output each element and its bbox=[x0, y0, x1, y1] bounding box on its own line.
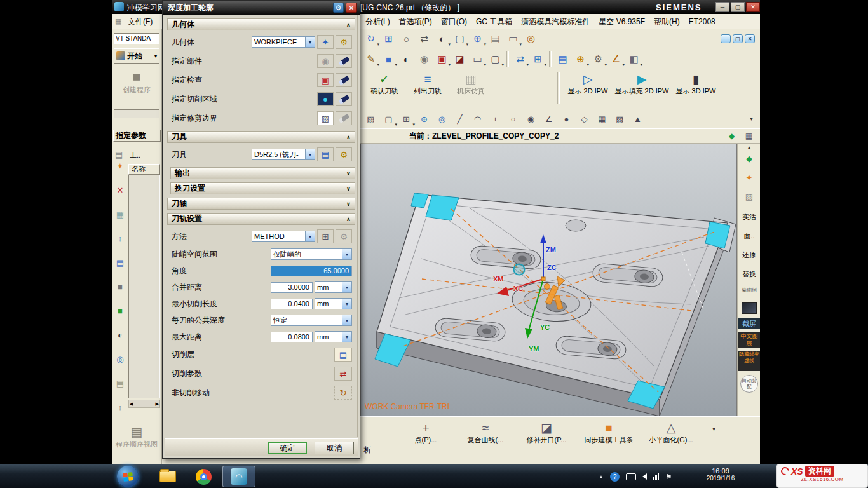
display-cut-area-flashlight-icon[interactable] bbox=[336, 92, 352, 106]
action-center-flag-icon[interactable]: ⚑ bbox=[665, 473, 672, 481]
list-hscrollbar[interactable]: ◀ ▶ bbox=[128, 400, 160, 408]
tool-select[interactable]: D5R2.5 (铣刀-▼ bbox=[252, 149, 315, 160]
subtract-icon[interactable]: ◪ bbox=[451, 51, 468, 67]
dropdown-arrow-icon[interactable]: ▾ bbox=[395, 122, 397, 127]
menu-gc-toolbox[interactable]: GC 工具箱 bbox=[471, 14, 517, 30]
empty-field[interactable] bbox=[114, 109, 159, 118]
macro-auto-assembly-button[interactable]: 自动装配 bbox=[740, 375, 758, 393]
menu-mold-standard[interactable]: 潇洒模具汽模标准件 bbox=[517, 14, 594, 30]
new-tool-icon[interactable]: ▤ bbox=[317, 147, 334, 161]
revolve-icon[interactable]: ◐ bbox=[398, 51, 415, 67]
max-distance-unit-select[interactable]: mm▼ bbox=[315, 331, 352, 342]
dialog-titlebar[interactable]: 深度加工轮廓 ⚙ ✕ bbox=[163, 1, 360, 15]
snap-grid-icon[interactable]: ⊞▾ bbox=[398, 111, 415, 127]
dropdown-arrow-icon[interactable]: ▾ bbox=[526, 62, 529, 67]
web-browser-icon[interactable]: ◎ bbox=[113, 352, 127, 366]
dialog-close-icon[interactable]: ✕ bbox=[346, 3, 357, 13]
name-column-header[interactable]: 名称 bbox=[128, 164, 160, 175]
dropdown-arrow-icon[interactable]: ▾ bbox=[377, 62, 379, 67]
volume-icon[interactable] bbox=[642, 473, 647, 480]
select-check-icon[interactable]: ▣ bbox=[317, 73, 334, 87]
method-select[interactable]: METHOD▼ bbox=[252, 231, 315, 242]
assembly-navigator-icon[interactable]: ▤ bbox=[113, 255, 127, 269]
snap-center-icon[interactable]: ◉ bbox=[522, 111, 539, 127]
dropdown-arrow-icon[interactable]: ▾ bbox=[622, 62, 625, 67]
collapse-icon[interactable]: ∧ bbox=[346, 216, 351, 222]
snap-mesh-icon[interactable]: ▦ bbox=[593, 111, 611, 127]
show-3d-ipw-button[interactable]: ▮ 显示 3D IPW bbox=[671, 72, 721, 107]
snap-plane-icon[interactable]: ▢▾ bbox=[380, 111, 397, 127]
graphics-viewport[interactable]: ZM ZC XM XC YC YM WORK Camera TFR-TRI bbox=[360, 144, 737, 416]
unite-icon[interactable]: ▣▾ bbox=[433, 51, 451, 67]
scroll-right-icon[interactable]: ▶ bbox=[156, 402, 159, 407]
snap-quadrant-icon[interactable]: ● bbox=[558, 111, 575, 127]
dropdown-arrow-icon[interactable]: ▼ bbox=[342, 315, 351, 325]
macro-hidden-line-button[interactable]: 隐藏线变虚线 bbox=[738, 351, 760, 371]
history-icon[interactable]: ▤ bbox=[113, 376, 127, 390]
min-cut-unit-select[interactable]: mm▼ bbox=[315, 298, 352, 309]
display-tray-icon[interactable] bbox=[626, 473, 636, 480]
move-object-icon[interactable]: ⇄▾ bbox=[512, 51, 529, 67]
refresh-icon[interactable]: ↻▾ bbox=[362, 30, 379, 47]
menu-grid-icon[interactable]: ▦ bbox=[115, 17, 121, 25]
snap-line-icon[interactable]: ╱ bbox=[451, 111, 468, 127]
menu-help[interactable]: 帮助(H) bbox=[649, 14, 684, 30]
cancel-button[interactable]: 取消 bbox=[315, 442, 354, 454]
snap-face-icon[interactable]: ▧ bbox=[362, 111, 379, 127]
taskbar-nx-button[interactable]: ◠ bbox=[222, 466, 255, 487]
menu-xingkong[interactable]: 星空 V6.935F bbox=[594, 14, 649, 30]
section-geometry[interactable]: 几何体∧ bbox=[167, 18, 355, 30]
collapse-icon[interactable]: ∧ bbox=[346, 134, 351, 140]
start-menu-button[interactable]: 开始 ▾ bbox=[114, 48, 159, 64]
dropdown-arrow-icon[interactable]: ▾ bbox=[377, 42, 379, 47]
snap-angle-icon[interactable]: ∠ bbox=[540, 111, 557, 127]
standard-combo[interactable]: VT STANDA bbox=[114, 33, 159, 44]
edit-tool-icon[interactable]: ⚙ bbox=[336, 147, 352, 161]
dropdown-arrow-icon[interactable]: ▾ bbox=[501, 62, 504, 67]
common-depth-select[interactable]: 恒定▼ bbox=[271, 315, 352, 326]
select-trim-boundary-icon[interactable]: ▨ bbox=[317, 111, 334, 125]
synchronous-modeling-button[interactable]: ■ 同步建模工具条 bbox=[581, 421, 637, 456]
expand-icon[interactable]: ∨ bbox=[346, 201, 351, 207]
snap-point-icon[interactable]: + bbox=[487, 111, 504, 127]
snap-arc-icon[interactable]: ◠ bbox=[469, 111, 486, 127]
display-check-flashlight-icon[interactable] bbox=[336, 73, 352, 87]
window-minimize-button[interactable]: ─ bbox=[715, 2, 729, 12]
steep-range-select[interactable]: 仅陡峭的▼ bbox=[271, 248, 352, 260]
pmi-icon[interactable]: ◆ bbox=[738, 154, 760, 163]
layer-settings-icon[interactable]: ▤ bbox=[487, 30, 504, 47]
collapse-icon[interactable]: ∧ bbox=[346, 22, 351, 28]
dropdown-arrow-icon[interactable]: ▼ bbox=[342, 249, 351, 259]
part-list-icon[interactable]: ▤ bbox=[554, 51, 571, 67]
select-cut-area-icon[interactable]: ● bbox=[317, 92, 334, 106]
macro-replace-button[interactable]: 替换 bbox=[738, 269, 760, 279]
macro-misc-button[interactable]: 菊瑚例 bbox=[738, 287, 760, 293]
cutting-parameters-icon[interactable]: ⇄ bbox=[334, 367, 352, 381]
show-2d-ipw-button[interactable]: ▷ 显示 2D IPW bbox=[563, 72, 613, 107]
constraints-navigator-icon[interactable]: ✕ bbox=[113, 183, 127, 197]
material-thumb-icon[interactable] bbox=[742, 302, 757, 314]
start-button[interactable] bbox=[117, 466, 139, 487]
menu-analysis[interactable]: 分析(L) bbox=[361, 14, 395, 30]
strip-expand-icon[interactable]: ↕ bbox=[113, 400, 127, 414]
doc-minimize-button[interactable]: ─ bbox=[721, 34, 731, 43]
display-mode-icon[interactable]: ▦ bbox=[740, 128, 757, 144]
machining-navigator-icon[interactable]: ■ bbox=[113, 280, 127, 294]
window-close-button[interactable]: ✕ bbox=[746, 2, 760, 12]
zoom-icon[interactable]: ○ bbox=[398, 30, 415, 47]
macro-cn-layer-button[interactable]: 中文图层 bbox=[738, 332, 760, 348]
menu-et2008[interactable]: ET2008 bbox=[684, 15, 720, 29]
render-style-icon[interactable]: ◆ bbox=[723, 128, 740, 144]
operation-list[interactable] bbox=[128, 175, 160, 398]
min-cut-length-input[interactable]: 0.0400 bbox=[271, 299, 313, 309]
dropdown-arrow-icon[interactable]: ▾ bbox=[484, 62, 486, 67]
dropdown-arrow-icon[interactable]: ▼ bbox=[305, 149, 315, 159]
facet-body-button[interactable]: △ 小平面化(G)... bbox=[644, 421, 698, 456]
dropdown-arrow-icon[interactable]: ▾ bbox=[395, 62, 397, 67]
new-method-icon[interactable]: ⊞ bbox=[317, 229, 334, 243]
window-display-icon[interactable]: ▭▾ bbox=[505, 30, 522, 47]
point-tool-button[interactable]: + 点(P)... bbox=[400, 421, 451, 456]
display-part-flashlight-icon[interactable] bbox=[336, 54, 352, 68]
show-fill-2d-ipw-button[interactable]: ▶ 显示填充 2D IPW bbox=[614, 72, 670, 107]
dropdown-arrow-icon[interactable]: ▾ bbox=[519, 42, 522, 47]
